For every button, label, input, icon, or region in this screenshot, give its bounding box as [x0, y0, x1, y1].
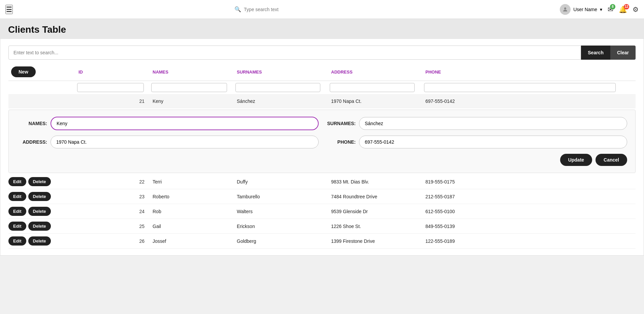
- cell-surnames: Erickson: [234, 222, 328, 230]
- edit-button[interactable]: Edit: [8, 207, 26, 216]
- names-input[interactable]: [51, 117, 319, 130]
- cell-names: Rob: [150, 207, 234, 216]
- cell-id: 21: [76, 97, 150, 105]
- table-row: Edit Delete 23 Roberto Tamburello 7484 R…: [8, 189, 636, 204]
- edit-button[interactable]: Edit: [8, 177, 26, 186]
- row-actions: Edit Delete: [8, 177, 76, 186]
- form-group-names: NAMES:: [17, 117, 319, 130]
- topnav: ☰ 🔍 User Name ▾ ✉ 8 🔔 12 ⚙: [0, 0, 644, 19]
- new-button[interactable]: New: [11, 66, 36, 77]
- cell-address: 9539 Glenside Dr: [328, 207, 423, 216]
- cell-names: Gail: [150, 222, 234, 230]
- cell-names: Keny: [150, 97, 234, 105]
- table-row: Edit Delete 24 Rob Walters 9539 Glenside…: [8, 204, 636, 219]
- global-search-input[interactable]: [244, 7, 345, 12]
- main-content: Search Clear New ID NAMES SURNAMES ADDRE…: [0, 38, 644, 256]
- form-group-surnames: SURNAMES:: [325, 117, 627, 130]
- filter-address-input[interactable]: [330, 83, 415, 92]
- page-title-bar: Clients Table: [0, 19, 644, 38]
- cell-id: 25: [76, 222, 150, 230]
- mail-badge: 8: [610, 4, 615, 9]
- table-row: 21 Keny Sánchez 1970 Napa Ct. 697-555-01…: [8, 94, 636, 108]
- form-group-address: ADDRESS:: [17, 136, 319, 148]
- surnames-label: SURNAMES:: [325, 121, 356, 126]
- cell-phone: 697-555-0142: [423, 97, 636, 105]
- form-actions: Update Cancel: [17, 154, 627, 166]
- clients-table: New ID NAMES SURNAMES ADDRESS PHONE 21 K…: [8, 65, 636, 249]
- cell-phone: 212-555-0187: [423, 193, 636, 201]
- phone-input[interactable]: [359, 136, 627, 148]
- page-title: Clients Table: [8, 24, 636, 35]
- form-row-address-phone: ADDRESS: PHONE:: [17, 136, 627, 148]
- address-label: ADDRESS:: [17, 139, 47, 145]
- clear-button[interactable]: Clear: [610, 46, 636, 60]
- cell-address: 1226 Shoe St.: [328, 222, 423, 230]
- table-search-input[interactable]: [8, 46, 581, 60]
- form-row-names-surnames: NAMES: SURNAMES:: [17, 117, 627, 130]
- cell-address: 7484 Roundtree Drive: [328, 193, 423, 201]
- cell-surnames: Walters: [234, 207, 328, 216]
- cell-id: 24: [76, 207, 150, 216]
- col-header-surnames: SURNAMES: [234, 68, 328, 76]
- chevron-down-icon: ▾: [600, 7, 602, 12]
- table-row: Edit Delete 22 Terri Duffy 9833 Mt. Dias…: [8, 174, 636, 189]
- row-actions: Edit Delete: [8, 207, 76, 216]
- cell-address: 1399 Firestone Drive: [328, 237, 423, 245]
- table-row: Edit Delete 26 Jossef Goldberg 1399 Fire…: [8, 234, 636, 249]
- edit-button[interactable]: Edit: [8, 192, 26, 201]
- notifications-button[interactable]: 🔔 12: [619, 5, 627, 13]
- filter-phone-input[interactable]: [424, 83, 616, 92]
- bell-badge: 12: [624, 4, 629, 9]
- cell-id: 26: [76, 237, 150, 245]
- global-search-area: 🔍: [20, 6, 560, 12]
- filter-names-input[interactable]: [151, 83, 227, 92]
- col-header-id: ID: [76, 68, 150, 76]
- delete-button[interactable]: Delete: [28, 207, 51, 216]
- search-icon: 🔍: [234, 6, 241, 12]
- hamburger-menu[interactable]: ☰: [5, 5, 13, 14]
- filter-surnames-input[interactable]: [235, 83, 320, 92]
- cell-names: Jossef: [150, 237, 234, 245]
- filter-id-input[interactable]: [77, 83, 144, 92]
- col-header-phone: PHONE: [423, 68, 636, 76]
- cell-phone: 612-555-0100: [423, 207, 636, 216]
- user-avatar: [560, 4, 571, 15]
- cancel-button[interactable]: Cancel: [595, 154, 627, 166]
- cell-phone: 122-555-0189: [423, 237, 636, 245]
- phone-label: PHONE:: [325, 139, 356, 145]
- surnames-input[interactable]: [359, 117, 627, 130]
- delete-button[interactable]: Delete: [28, 222, 51, 231]
- delete-button[interactable]: Delete: [28, 236, 51, 246]
- cell-address: 9833 Mt. Dias Blv.: [328, 178, 423, 186]
- cell-surnames: Tamburello: [234, 193, 328, 201]
- col-header-address: ADDRESS: [328, 68, 423, 76]
- col-header-names: NAMES: [150, 68, 234, 76]
- table-header: New ID NAMES SURNAMES ADDRESS PHONE: [8, 65, 636, 81]
- names-label: NAMES:: [17, 121, 47, 126]
- svg-point-0: [564, 7, 566, 9]
- address-input[interactable]: [51, 136, 319, 148]
- edit-form: NAMES: SURNAMES: ADDRESS: PHONE:: [8, 110, 636, 173]
- row-actions: Edit Delete: [8, 222, 76, 231]
- cell-phone: 849-555-0139: [423, 222, 636, 230]
- filter-row: [8, 82, 636, 93]
- form-group-phone: PHONE:: [325, 136, 627, 148]
- edit-button[interactable]: Edit: [8, 236, 26, 246]
- edit-button[interactable]: Edit: [8, 222, 26, 231]
- cell-id: 23: [76, 193, 150, 201]
- search-bar: Search Clear: [8, 46, 636, 60]
- settings-button[interactable]: ⚙: [633, 5, 639, 13]
- topnav-right: User Name ▾ ✉ 8 🔔 12 ⚙: [560, 4, 639, 15]
- mail-button[interactable]: ✉ 8: [608, 5, 613, 13]
- table-row: Edit Delete 25 Gail Erickson 1226 Shoe S…: [8, 219, 636, 234]
- delete-button[interactable]: Delete: [28, 177, 51, 186]
- cell-address: 1970 Napa Ct.: [328, 97, 423, 105]
- update-button[interactable]: Update: [560, 154, 592, 166]
- cell-surnames: Duffy: [234, 178, 328, 186]
- cell-id: 22: [76, 178, 150, 186]
- cell-phone: 819-555-0175: [423, 178, 636, 186]
- cell-names: Terri: [150, 178, 234, 186]
- search-button[interactable]: Search: [581, 46, 610, 60]
- user-menu-button[interactable]: User Name ▾: [560, 4, 602, 15]
- delete-button[interactable]: Delete: [28, 192, 51, 201]
